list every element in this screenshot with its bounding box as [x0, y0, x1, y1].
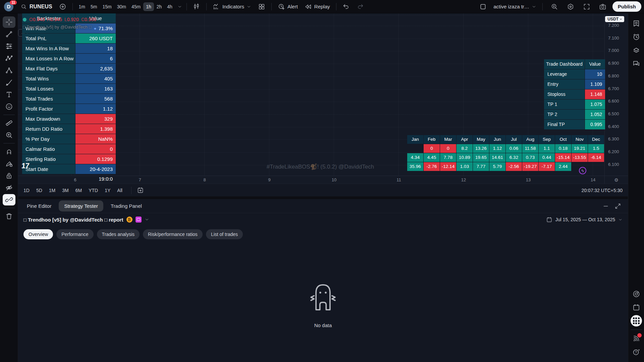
ohlc-key: O	[29, 17, 33, 22]
scale-settings-corner[interactable]: ⚙	[604, 176, 628, 184]
xabcd-pattern-icon[interactable]	[3, 53, 15, 64]
subtab-risk-performance-ratios[interactable]: Risk/performance ratios	[143, 229, 203, 239]
replay-button[interactable]: Replay	[302, 1, 333, 12]
month-header-cell: Aug	[522, 135, 538, 144]
trash-icon[interactable]	[3, 210, 15, 222]
range-ytd[interactable]: YTD	[89, 188, 98, 193]
indicator-legend-title[interactable]: □ Trendhoo [v5] by @DaviddTech □	[23, 24, 99, 29]
backtester-row-value: 163	[75, 84, 116, 94]
timeframe-4h[interactable]: 4h	[164, 2, 175, 11]
undo-icon[interactable]	[340, 1, 353, 12]
timeframe-2h[interactable]: 2h	[154, 2, 165, 11]
indicators-label: Indicators	[222, 4, 244, 9]
minimize-panel-icon[interactable]	[602, 203, 609, 209]
timeframe-1h[interactable]: 1h	[143, 2, 154, 11]
chart-pane[interactable]: O0.943H0.945L0.920C0.935 □ Trendhoo [v5]…	[18, 13, 628, 184]
range-1d[interactable]: 1D	[23, 188, 30, 193]
report-title[interactable]: □ Trendhoo [v5] by @DaviddTech □ report	[23, 217, 123, 223]
backtester-table: BacktesterValueWin Rate✦71.3%Total PnL26…	[22, 13, 116, 174]
top-toolbar: D 11 RUNEUS 1m5m15m30m45m1h2h4h Indicato…	[0, 0, 644, 13]
ruler-icon[interactable]	[3, 117, 15, 129]
trade-dashboard-row-value: 1.109	[585, 79, 605, 89]
chat-icon[interactable]	[630, 57, 643, 70]
currency-unit-button[interactable]: USDT	[605, 16, 624, 22]
timeframe-5m[interactable]: 5m	[88, 2, 100, 11]
expand-panel-icon[interactable]	[614, 203, 621, 209]
text-tool-icon[interactable]	[3, 89, 15, 100]
alert-clock-icon[interactable]	[630, 30, 643, 44]
timeframe-dropdown-icon[interactable]	[176, 1, 183, 12]
snapshot-camera-icon[interactable]	[596, 1, 609, 12]
publish-button[interactable]: Publish	[612, 1, 641, 12]
month-header-cell: Oct	[555, 135, 571, 144]
subtab-overview[interactable]: Overview	[23, 229, 53, 239]
tradingview-logo[interactable]: 17	[21, 162, 30, 170]
subtab-list-of-trades[interactable]: List of trades	[206, 229, 243, 239]
go-to-date-icon[interactable]	[134, 185, 147, 196]
tab-strategy-tester[interactable]: Strategy Tester	[59, 200, 103, 212]
backtester-row-label: Total PnL	[22, 34, 75, 43]
settings-icon[interactable]	[564, 1, 577, 12]
object-tree-icon[interactable]	[630, 44, 643, 57]
brush-icon[interactable]	[3, 77, 15, 88]
layout-select[interactable]: active izaza tr…	[493, 2, 537, 11]
chevron-down-icon[interactable]	[145, 217, 149, 222]
trend-line-icon[interactable]	[3, 28, 15, 40]
date-range-picker[interactable]: Jul 15, 2025 — Oct 13, 2025	[546, 217, 623, 223]
timeframe-1m[interactable]: 1m	[76, 2, 88, 11]
range-5d[interactable]: 5D	[36, 188, 42, 193]
lock-icon[interactable]	[3, 170, 15, 181]
range-all[interactable]: All	[117, 188, 122, 193]
backtester-row-value: NaN%	[75, 134, 116, 144]
magnet-icon[interactable]	[3, 146, 15, 157]
price-axis-label: 6.900	[608, 61, 619, 66]
time-axis-label: 12	[461, 177, 466, 182]
redo-icon[interactable]	[354, 1, 367, 12]
tab-trading-panel[interactable]: Trading Panel	[105, 200, 147, 212]
alert-button[interactable]: Alert	[275, 1, 301, 12]
indicator-templates-icon[interactable]	[255, 1, 268, 12]
emoji-icon[interactable]	[3, 101, 15, 112]
compare-add-icon[interactable]	[56, 1, 69, 12]
fullscreen-icon[interactable]	[580, 1, 593, 12]
notification-dot	[637, 333, 642, 338]
month-value-cell: 0.44	[539, 153, 555, 162]
subtab-trades-analysis[interactable]: Trades analysis	[97, 229, 140, 239]
range-1m[interactable]: 1M	[49, 188, 55, 193]
clock[interactable]: 20:07:32 UTC+5:30	[581, 188, 623, 193]
watchlist-icon[interactable]	[630, 17, 643, 30]
month-value-cell: 6.32	[506, 153, 522, 162]
divider	[271, 3, 272, 10]
trade-dashboard-row-value: 1.075	[585, 100, 605, 109]
gauge-icon[interactable]	[630, 287, 643, 301]
symbol-search-button[interactable]: RUNEUS	[18, 2, 55, 11]
fib-lines-icon[interactable]	[3, 41, 15, 52]
link-icon[interactable]	[3, 194, 15, 205]
range-6m[interactable]: 6M	[75, 188, 82, 193]
tab-pine-editor[interactable]: Pine Editor	[21, 200, 57, 212]
indicators-button[interactable]: Indicators	[210, 1, 254, 12]
apps-grid-icon[interactable]	[630, 314, 643, 327]
calendar-icon[interactable]	[630, 301, 643, 314]
timeframe-45m[interactable]: 45m	[129, 2, 143, 11]
drawing-lock-icon[interactable]	[3, 158, 15, 169]
timeframe-15m[interactable]: 15m	[100, 2, 114, 11]
timeframe-30m[interactable]: 30m	[114, 2, 129, 11]
range-3m[interactable]: 3M	[62, 188, 68, 193]
range-1y[interactable]: 1Y	[105, 188, 110, 193]
trade-dashboard-row-label: Stoploss	[544, 89, 585, 99]
user-menu[interactable]: D 11	[4, 2, 13, 11]
forecast-icon[interactable]	[3, 65, 15, 76]
crosshair-icon[interactable]	[3, 16, 15, 28]
help-icon[interactable]: ?	[630, 345, 643, 359]
bottom-panel: Pine EditorStrategy TesterTrading Panel …	[18, 199, 628, 362]
candle-style-icon[interactable]	[190, 1, 203, 12]
zoom-in-icon[interactable]	[3, 129, 15, 141]
hide-drawings-icon[interactable]	[3, 182, 15, 193]
price-axis-label: 6.600	[608, 99, 619, 104]
broadcast-icon[interactable]	[630, 332, 643, 345]
layout-checkbox-icon[interactable]	[477, 1, 489, 12]
price-scale[interactable]: 7.2007.1007.0006.9006.8006.7006.6006.500…	[604, 13, 628, 176]
quick-search-icon[interactable]	[548, 1, 561, 12]
subtab-performance[interactable]: Performance	[56, 229, 93, 239]
